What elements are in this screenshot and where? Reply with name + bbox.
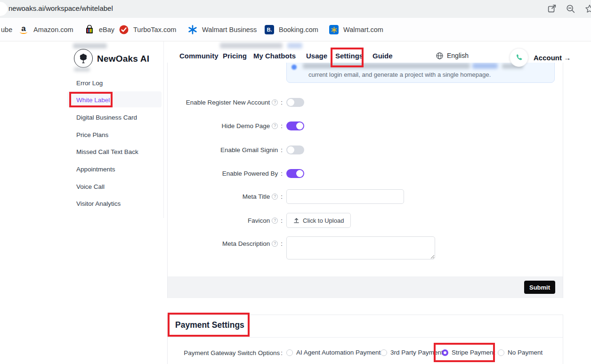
sidebar-item-visitor-analytics[interactable]: Visitor Analytics xyxy=(76,200,121,207)
sidebar-item-error-log[interactable]: Error Log xyxy=(76,80,103,87)
toggle-enable-powered-by[interactable] xyxy=(286,169,304,178)
radio-stripe-payment[interactable]: Stripe Payment xyxy=(442,349,495,356)
phone-button[interactable] xyxy=(510,48,528,67)
language-label: English xyxy=(447,52,469,59)
nav-settings[interactable]: Settings xyxy=(335,52,363,60)
row-enable-powered-by: Enable Powered By : xyxy=(168,169,304,178)
row-enable-register-new-account: Enable Register New Account ? : xyxy=(168,98,304,107)
toggle-enable-gmail-signin[interactable] xyxy=(286,146,304,154)
row-enable-gmail-signin: Enable Gmail Signin : xyxy=(168,146,304,154)
nav-guide[interactable]: Guide xyxy=(372,52,393,60)
redacted-text xyxy=(73,43,107,49)
nav-my-chatbots[interactable]: My Chatbots xyxy=(253,52,296,60)
sidebar-item-appointments[interactable]: Appointments xyxy=(76,166,115,173)
share-icon[interactable] xyxy=(547,4,557,14)
row-favicon: Favicon ? : Click to Upload xyxy=(168,213,351,228)
submit-button[interactable]: Submit xyxy=(524,281,555,294)
bookmark-turbotax[interactable]: TurboTax.com xyxy=(119,18,176,41)
arrow-right-icon: → xyxy=(564,54,571,62)
bookmark-booking[interactable]: B. Booking.com xyxy=(265,18,318,41)
meta-description-textarea[interactable] xyxy=(286,236,435,259)
amazon-icon: a xyxy=(19,25,28,34)
payment-divider xyxy=(168,337,563,338)
walmart-square-icon xyxy=(329,25,339,34)
help-icon[interactable]: ? xyxy=(272,123,278,129)
sidebar-item-price-plans[interactable]: Price Plans xyxy=(76,131,108,138)
bookmarks-bar: ube a Amazon.com eBay TurboTax.com xyxy=(0,18,591,41)
help-icon[interactable]: ? xyxy=(272,194,278,200)
language-selector[interactable]: English xyxy=(436,52,469,59)
booking-icon: B. xyxy=(265,25,274,34)
payment-settings-title: Payment Settings xyxy=(175,320,244,330)
bookmark-youtube-partial[interactable]: ube xyxy=(1,18,12,41)
upload-icon xyxy=(293,218,300,224)
redacted-header-text xyxy=(220,43,283,49)
favicon-upload-button[interactable]: Click to Upload xyxy=(286,213,351,228)
row-meta-description: Meta Description ? : xyxy=(168,236,435,259)
meta-title-input[interactable] xyxy=(286,189,404,204)
turbotax-icon xyxy=(119,25,129,34)
nav-usage[interactable]: Usage xyxy=(306,52,327,60)
address-bar[interactable]: newoaks.ai/workspace/whitelabel xyxy=(0,0,591,18)
radio-circle xyxy=(286,349,293,356)
radio-3rd-party-payment[interactable]: 3rd Party Payment xyxy=(381,349,443,356)
radio-circle xyxy=(498,349,504,356)
radio-circle xyxy=(442,349,448,356)
row-meta-title: Meta Title ? : xyxy=(168,189,404,204)
radio-circle xyxy=(381,349,387,356)
redacted-header-toggle xyxy=(287,43,302,49)
sidebar-item-white-label[interactable]: White Label xyxy=(76,97,110,104)
address-bar-pill xyxy=(0,2,8,16)
help-icon[interactable]: ? xyxy=(272,99,278,105)
redacted-alert-link xyxy=(472,63,498,69)
help-icon[interactable]: ? xyxy=(272,241,278,247)
sidebar-item-missed-call-text-back[interactable]: Missed Call Text Back xyxy=(76,148,138,155)
radio-ai-agent-automation-payment[interactable]: AI Agent Automation Payment xyxy=(286,349,381,356)
sidebar-item-digital-business-card[interactable]: Digital Business Card xyxy=(76,114,137,121)
favorites-star-icon[interactable] xyxy=(584,4,591,14)
sidebar-divider xyxy=(163,41,164,218)
walmart-spark-icon xyxy=(188,25,197,34)
radio-no-payment[interactable]: No Payment xyxy=(498,349,542,356)
toggle-enable-register-new-account[interactable] xyxy=(286,98,304,107)
globe-icon xyxy=(436,52,443,59)
row-hide-demo-page: Hide Demo Page ? : xyxy=(168,121,304,130)
bookmark-ebay[interactable]: eBay xyxy=(85,18,114,41)
sidebar-item-voice-call[interactable]: Voice Call xyxy=(76,183,105,190)
brand-logo xyxy=(74,49,93,68)
bookmark-amazon[interactable]: a Amazon.com xyxy=(19,18,73,41)
ebay-bag-icon xyxy=(85,25,94,34)
toggle-hide-demo-page[interactable] xyxy=(286,121,304,130)
zoom-out-icon[interactable] xyxy=(566,4,576,14)
redacted-alert-text xyxy=(303,63,470,69)
payment-gateway-label: Payment Gateway Switch Options: xyxy=(167,349,283,356)
help-icon[interactable]: ? xyxy=(272,218,278,224)
phone-icon xyxy=(515,53,523,62)
url-text[interactable]: newoaks.ai/workspace/whitelabel xyxy=(8,4,113,12)
alert-text: current login email, and generate a proj… xyxy=(308,71,549,78)
nav-pricing[interactable]: Pricing xyxy=(223,52,247,60)
bookmark-walmart-business[interactable]: Walmart Business xyxy=(188,18,257,41)
account-link[interactable]: Account → xyxy=(534,54,571,62)
brand-name: NewOaks AI xyxy=(97,54,149,64)
browser-window: newoaks.ai/workspace/whitelabel ube a Am… xyxy=(0,0,591,364)
redacted-text xyxy=(74,67,90,72)
bookmark-walmart-com[interactable]: Walmart.com xyxy=(329,18,383,41)
nav-community[interactable]: Community xyxy=(179,52,219,60)
form-footer xyxy=(168,276,563,298)
info-icon xyxy=(291,65,297,70)
oak-tree-icon xyxy=(77,52,89,65)
